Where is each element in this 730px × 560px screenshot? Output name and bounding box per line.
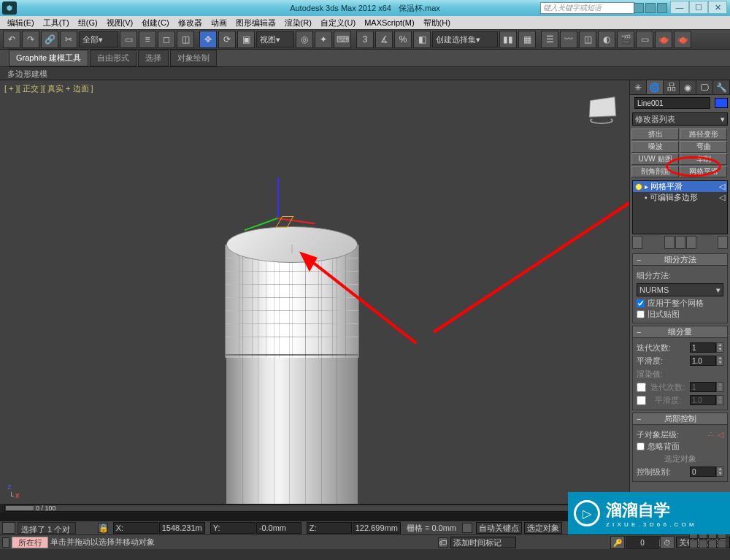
- selection-filter-dropdown[interactable]: 全部 ▾: [79, 31, 118, 47]
- create-tab[interactable]: ✳: [630, 80, 647, 94]
- mod-btn-noise[interactable]: 噪波: [631, 141, 679, 153]
- ref-coord-dropdown[interactable]: 视图 ▾: [256, 31, 294, 47]
- pin-stack-button[interactable]: [632, 236, 642, 249]
- ribbon-panel-label[interactable]: 多边形建模: [0, 67, 730, 80]
- utilities-tab[interactable]: 🔧: [713, 80, 730, 94]
- walk-button[interactable]: [718, 540, 726, 548]
- scene-object-cylinder[interactable]: [226, 226, 358, 504]
- time-config-button[interactable]: ⏱: [660, 536, 675, 549]
- ribbon-tab-freeform[interactable]: 自由形式: [90, 50, 137, 66]
- configure-sets-button[interactable]: [718, 236, 728, 249]
- render-smooth-check[interactable]: [637, 396, 646, 405]
- help-search-input[interactable]: 键入关键字或短语: [540, 2, 635, 14]
- menu-modifiers[interactable]: 修改器: [174, 18, 207, 28]
- render-iter-check[interactable]: [637, 383, 646, 392]
- percent-snap-button[interactable]: %: [394, 31, 412, 48]
- modifier-list-dropdown[interactable]: 修改器列表▾: [632, 112, 728, 126]
- mirror-button[interactable]: ▮▮: [499, 31, 517, 48]
- redo-button[interactable]: ↷: [22, 31, 39, 48]
- maximize-viewport-button[interactable]: [699, 540, 707, 548]
- iterations-input[interactable]: 1: [690, 342, 716, 353]
- ignore-backface-check[interactable]: 忽略背面: [637, 441, 723, 452]
- curve-editor-button[interactable]: 〰: [560, 31, 577, 48]
- object-name-input[interactable]: Line001: [634, 97, 710, 109]
- display-tab[interactable]: 🖵: [696, 80, 713, 94]
- isolate-button[interactable]: [462, 523, 472, 533]
- viewport-label[interactable]: [ + ][ 正交 ][ 真实 + 边面 ]: [4, 83, 93, 94]
- rotate-button[interactable]: ⟳: [218, 31, 236, 48]
- key-mode-button[interactable]: 🔑: [610, 536, 625, 549]
- current-frame-input[interactable]: 0: [626, 536, 659, 549]
- x-coord-input[interactable]: 1548.231m: [159, 522, 205, 534]
- ribbon-tab-paint[interactable]: 对象绘制: [170, 50, 217, 66]
- menu-tools[interactable]: 工具(T): [39, 18, 74, 28]
- viewcube[interactable]: [585, 93, 618, 126]
- menu-views[interactable]: 视图(V): [102, 18, 138, 28]
- layer-manager-button[interactable]: ☰: [541, 31, 558, 48]
- spinner-arrows[interactable]: ▴▾: [716, 467, 723, 477]
- snap-toggle-button[interactable]: 3: [356, 31, 374, 48]
- remove-modifier-button[interactable]: [686, 236, 696, 249]
- align-button[interactable]: ▦: [518, 31, 536, 48]
- make-unique-button[interactable]: [675, 236, 685, 249]
- maximize-button[interactable]: ☐: [689, 1, 708, 14]
- rollout-header[interactable]: −细分方法: [633, 254, 727, 266]
- prompt-collapse-button[interactable]: [2, 537, 9, 548]
- stack-item-meshsmooth[interactable]: ▸ 网格平滑 ◁: [633, 181, 727, 192]
- render-button[interactable]: 🫖: [655, 31, 672, 48]
- rollout-header[interactable]: −局部控制: [633, 413, 727, 425]
- ribbon-tab-selection[interactable]: 选择: [138, 50, 169, 66]
- render-frame-button[interactable]: ▭: [636, 31, 653, 48]
- lock-selection-button[interactable]: 🔒: [98, 523, 108, 533]
- select-name-button[interactable]: ≡: [139, 31, 156, 48]
- menu-graph-editors[interactable]: 图形编辑器: [231, 18, 280, 28]
- select-region-button[interactable]: ◻: [158, 31, 175, 48]
- gizmo-z-axis-icon[interactable]: [277, 177, 279, 218]
- mod-btn-extrude[interactable]: 挤出: [631, 129, 679, 140]
- angle-snap-button[interactable]: ∡: [375, 31, 393, 48]
- undo-button[interactable]: ↶: [3, 31, 20, 48]
- named-selection-dropdown[interactable]: 创建选择集 ▾: [432, 31, 498, 47]
- menu-animation[interactable]: 动画: [207, 18, 231, 28]
- smoothness-input[interactable]: 1.0: [690, 356, 716, 366]
- y-coord-input[interactable]: -0.0mm: [256, 522, 301, 534]
- move-button[interactable]: ✥: [199, 31, 217, 48]
- apply-all-checkbox[interactable]: 应用于整个网格: [637, 298, 723, 309]
- old-map-checkbox[interactable]: 旧式贴图: [637, 309, 723, 320]
- material-editor-button[interactable]: ◐: [598, 31, 615, 48]
- link-button[interactable]: 🔗: [41, 31, 58, 48]
- spinner-arrows[interactable]: ▴▾: [716, 342, 723, 353]
- select-button[interactable]: ▭: [120, 31, 137, 48]
- autokey-button[interactable]: 自动关键点: [476, 522, 522, 534]
- modifier-stack[interactable]: ▸ 网格平滑 ◁ ▪ 可编辑多边形 ◁: [632, 180, 728, 234]
- close-button[interactable]: ✕: [708, 1, 727, 14]
- modify-tab[interactable]: 🌀: [647, 80, 664, 94]
- menu-maxscript[interactable]: MAXScript(M): [360, 18, 418, 27]
- motion-tab[interactable]: ◉: [680, 80, 696, 94]
- selected-key-dropdown[interactable]: 选定对象: [524, 522, 562, 534]
- window-crossing-button[interactable]: ◫: [177, 31, 194, 48]
- ctrl-level-input[interactable]: 0: [690, 467, 716, 477]
- mod-btn-bend[interactable]: 弯曲: [680, 141, 727, 153]
- time-ruler[interactable]: [0, 513, 629, 521]
- menu-help[interactable]: 帮助(H): [419, 18, 455, 28]
- rollout-header[interactable]: −细分量: [633, 326, 727, 338]
- object-color-swatch[interactable]: [715, 98, 728, 108]
- manip-button[interactable]: ✦: [315, 31, 332, 48]
- info-center-icons[interactable]: [634, 3, 667, 13]
- hierarchy-tab[interactable]: 品: [664, 80, 680, 94]
- spinner-snap-button[interactable]: ◧: [413, 31, 431, 48]
- ribbon-tab-modeling[interactable]: Graphite 建模工具: [9, 50, 88, 66]
- z-coord-input[interactable]: 122.699mm: [353, 522, 401, 534]
- method-dropdown[interactable]: NURMS▾: [637, 283, 723, 296]
- schematic-button[interactable]: ◫: [579, 31, 596, 48]
- menu-customize[interactable]: 自定义(U): [316, 18, 360, 28]
- menu-edit[interactable]: 编辑(E): [3, 18, 39, 28]
- time-slider[interactable]: 0 / 100: [4, 505, 625, 512]
- stack-item-editpoly[interactable]: ▪ 可编辑多边形 ◁: [633, 192, 727, 203]
- keyboard-shortcut-button[interactable]: ⌨: [334, 31, 351, 48]
- menu-rendering[interactable]: 渲染(R): [280, 18, 316, 28]
- pivot-button[interactable]: ◎: [296, 31, 313, 48]
- viewport[interactable]: z └ x: [0, 80, 629, 504]
- menu-group[interactable]: 组(G): [74, 18, 102, 28]
